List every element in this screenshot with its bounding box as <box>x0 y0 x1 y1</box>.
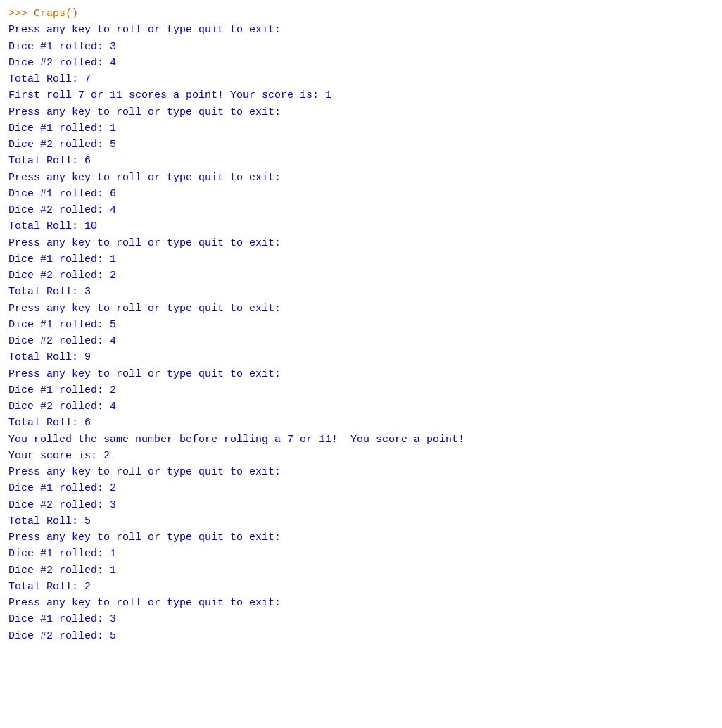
terminal-line-7: Dice #1 rolled: 1 <box>8 120 714 137</box>
terminal-line-14: Press any key to roll or type quit to ex… <box>8 235 714 251</box>
terminal-line-2: Dice #1 rolled: 3 <box>8 39 714 55</box>
terminal-line-28: Press any key to roll or type quit to ex… <box>8 464 714 480</box>
terminal-line-23: Dice #1 rolled: 2 <box>8 382 714 398</box>
terminal-line-17: Total Roll: 3 <box>8 284 714 300</box>
terminal-line-13: Total Roll: 10 <box>8 218 714 234</box>
terminal-line-0: >>> Craps() <box>8 6 714 22</box>
terminal-line-33: Dice #1 rolled: 1 <box>8 546 714 562</box>
terminal-line-32: Press any key to roll or type quit to ex… <box>8 529 714 546</box>
terminal-line-1: Press any key to roll or type quit to ex… <box>8 22 714 38</box>
terminal-line-26: You rolled the same number before rollin… <box>8 432 714 448</box>
terminal-line-4: Total Roll: 7 <box>8 71 714 87</box>
terminal-line-27: Your score is: 2 <box>8 448 714 464</box>
terminal-line-24: Dice #2 rolled: 4 <box>8 398 714 415</box>
terminal-line-15: Dice #1 rolled: 1 <box>8 251 714 268</box>
terminal-line-19: Dice #1 rolled: 5 <box>8 317 714 333</box>
terminal-line-36: Press any key to roll or type quit to ex… <box>8 595 714 611</box>
terminal-line-16: Dice #2 rolled: 2 <box>8 268 714 284</box>
terminal-output: >>> Craps()Press any key to roll or type… <box>8 6 714 644</box>
terminal-line-31: Total Roll: 5 <box>8 513 714 529</box>
terminal-line-25: Total Roll: 6 <box>8 415 714 431</box>
terminal-line-34: Dice #2 rolled: 1 <box>8 563 714 579</box>
terminal-line-3: Dice #2 rolled: 4 <box>8 55 714 71</box>
terminal-line-29: Dice #1 rolled: 2 <box>8 480 714 496</box>
terminal-line-30: Dice #2 rolled: 3 <box>8 497 714 513</box>
terminal-line-21: Total Roll: 9 <box>8 349 714 365</box>
terminal-line-12: Dice #2 rolled: 4 <box>8 202 714 218</box>
terminal-line-37: Dice #1 rolled: 3 <box>8 611 714 627</box>
terminal-line-5: First roll 7 or 11 scores a point! Your … <box>8 87 714 103</box>
terminal-line-22: Press any key to roll or type quit to ex… <box>8 366 714 382</box>
terminal-line-9: Total Roll: 6 <box>8 153 714 169</box>
terminal-line-20: Dice #2 rolled: 4 <box>8 333 714 349</box>
terminal-line-38: Dice #2 rolled: 5 <box>8 628 714 644</box>
terminal-line-18: Press any key to roll or type quit to ex… <box>8 301 714 317</box>
terminal-line-11: Dice #1 rolled: 6 <box>8 186 714 202</box>
terminal-line-8: Dice #2 rolled: 5 <box>8 137 714 153</box>
terminal-line-6: Press any key to roll or type quit to ex… <box>8 104 714 120</box>
terminal-line-10: Press any key to roll or type quit to ex… <box>8 170 714 186</box>
terminal-line-35: Total Roll: 2 <box>8 579 714 595</box>
